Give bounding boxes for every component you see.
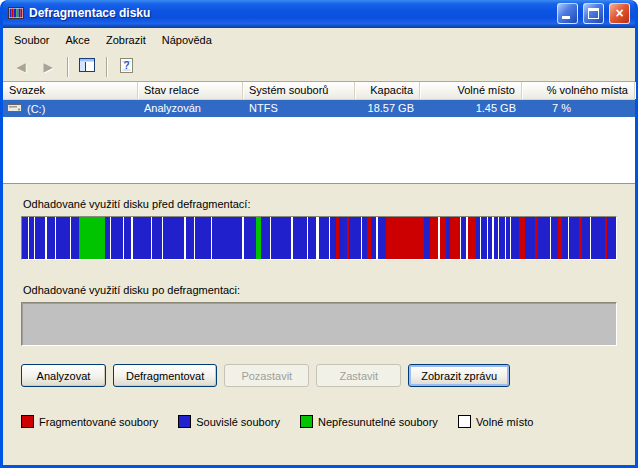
menu-item-zobrazit[interactable]: Zobrazit [98, 30, 154, 50]
usage-segment [35, 217, 45, 259]
legend-label-contiguous: Souvislé soubory [196, 416, 280, 428]
usage-segment [79, 217, 105, 259]
usage-segment [339, 217, 347, 259]
back-button[interactable]: ◀ [9, 55, 33, 78]
usage-segment [582, 217, 590, 259]
toolbar-separator [67, 57, 68, 77]
menu-item-napoveda[interactable]: Nápověda [154, 30, 220, 50]
defrag-panel: Odhadované využití disku před defragment… [3, 183, 635, 465]
console-tree-button[interactable] [75, 55, 99, 78]
column-header-stav-relace[interactable]: Stav relace [138, 82, 243, 99]
usage-segment [551, 217, 559, 259]
menu-item-akce[interactable]: Akce [57, 30, 97, 50]
drive-icon [7, 102, 22, 115]
minimize-button[interactable] [557, 3, 578, 24]
analyze-button[interactable]: Analyzovat [21, 364, 106, 387]
usage-segment [47, 217, 55, 259]
contiguous-swatch-icon [178, 415, 191, 428]
usage-segment [271, 217, 291, 259]
volume-capacity: 18.57 GB [355, 100, 420, 117]
help-icon: ? [119, 58, 134, 76]
view-report-button[interactable]: Zobrazit zprávu [408, 364, 510, 387]
usage-segment [430, 217, 438, 259]
usage-segment [349, 217, 361, 259]
usage-segment [308, 217, 316, 259]
defragment-button[interactable]: Defragmentovat [113, 364, 217, 387]
legend-item-contiguous: Souvislé soubory [178, 415, 280, 428]
legend-label-unmovable: Nepřesunutelné soubory [318, 416, 438, 428]
menu-item-soubor[interactable]: Soubor [6, 30, 57, 50]
stop-button[interactable]: Zastavit [316, 364, 401, 387]
forward-icon: ▶ [43, 60, 52, 74]
volume-row-c[interactable]: (C:) Analyzován NTFS 18.57 GB 1.45 GB 7 … [3, 100, 635, 117]
back-icon: ◀ [16, 60, 25, 74]
help-button[interactable]: ? [114, 55, 138, 78]
button-row: Analyzovat Defragmentovat Pozastavit Zas… [21, 364, 617, 387]
defrag-window: Defragmentace disku × Soubor Akce Zobraz… [0, 0, 638, 468]
volume-list-header: Svazek Stav relace Systém souborů Kapaci… [3, 82, 635, 100]
usage-segment [195, 217, 211, 259]
volume-name-cell: (C:) [3, 100, 138, 117]
usage-before-label: Odhadované využití disku před defragment… [23, 198, 617, 210]
volume-free-space: 1.45 GB [420, 100, 522, 117]
usage-segment [261, 217, 271, 259]
volume-list: Svazek Stav relace Systém souborů Kapaci… [3, 82, 635, 183]
client-area: Soubor Akce Zobrazit Nápověda ◀ ▶ [3, 28, 635, 465]
usage-segment [386, 217, 424, 259]
usage-segment [607, 217, 616, 259]
legend-item-unmovable: Nepřesunutelné soubory [300, 415, 438, 428]
usage-segment [133, 217, 151, 259]
usage-segment [163, 217, 185, 259]
usage-segment [511, 217, 519, 259]
usage-segment [293, 217, 307, 259]
close-button[interactable]: × [609, 3, 630, 24]
free-space-swatch-icon [458, 415, 471, 428]
fragmented-swatch-icon [21, 415, 34, 428]
toolbar-separator [106, 57, 107, 77]
unmovable-swatch-icon [300, 415, 313, 428]
usage-segment [244, 217, 256, 259]
usage-segment [591, 217, 605, 259]
usage-segment [538, 217, 550, 259]
svg-text:?: ? [123, 59, 129, 70]
volume-name: (C:) [27, 103, 45, 115]
usage-segment [450, 217, 460, 259]
legend-item-fragmented: Fragmentované soubory [21, 415, 158, 428]
usage-segment [111, 217, 123, 259]
usage-after-bar [21, 302, 617, 346]
column-header-procento-volneho-mista[interactable]: % volného místa [522, 82, 635, 99]
volume-status: Analyzován [138, 100, 243, 117]
pause-button[interactable]: Pozastavit [224, 364, 309, 387]
usage-segment [56, 217, 70, 259]
toolbar: ◀ ▶ [3, 52, 635, 82]
usage-segment [378, 217, 386, 259]
column-header-svazek[interactable]: Svazek [3, 82, 138, 99]
legend: Fragmentované soubory Souvislé soubory N… [21, 415, 617, 428]
usage-after-label: Odhadované využití disku po defragmentac… [23, 284, 617, 296]
usage-before-bar [21, 216, 617, 260]
column-header-volne-misto[interactable]: Volné místo [420, 82, 522, 99]
usage-segment [569, 217, 579, 259]
legend-label-free: Volné místo [476, 416, 533, 428]
minimize-icon [562, 16, 570, 19]
defrag-app-icon [8, 5, 24, 21]
legend-label-fragmented: Fragmentované soubory [39, 416, 158, 428]
usage-segment [124, 217, 131, 259]
volume-free-percent: 7 % [522, 100, 635, 117]
console-tree-icon [79, 58, 95, 75]
maximize-icon [588, 8, 599, 19]
column-header-system-souboru[interactable]: Systém souborů [243, 82, 355, 99]
volume-filesystem: NTFS [243, 100, 355, 117]
column-header-kapacita[interactable]: Kapacita [355, 82, 420, 99]
legend-item-free: Volné místo [458, 415, 533, 428]
maximize-button[interactable] [583, 3, 604, 24]
usage-segment [212, 217, 242, 259]
forward-button[interactable]: ▶ [36, 55, 60, 78]
usage-segment [468, 217, 476, 259]
volume-list-empty-area[interactable] [3, 117, 635, 183]
window-title: Defragmentace disku [29, 6, 150, 20]
titlebar[interactable]: Defragmentace disku × [3, 0, 635, 28]
usage-segment [525, 217, 535, 259]
usage-segment [186, 217, 194, 259]
menubar: Soubor Akce Zobrazit Nápověda [3, 28, 635, 52]
